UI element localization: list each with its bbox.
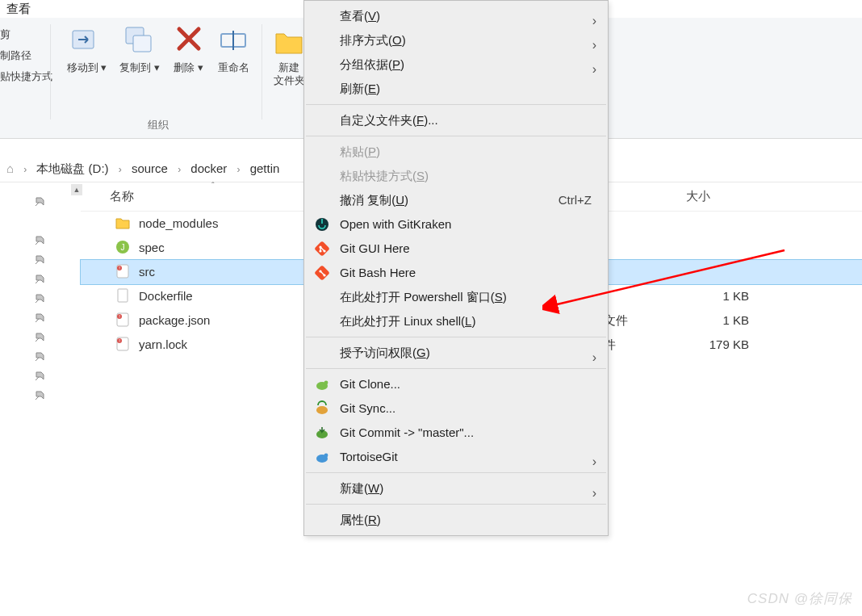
- git-icon: [314, 265, 330, 281]
- divider: [50, 24, 51, 119]
- menu-view[interactable]: 查看(V)›: [304, 4, 608, 28]
- file-size: 179 KB: [684, 333, 749, 357]
- menu-separator: [306, 368, 606, 369]
- menu-paste: 粘贴(P): [304, 140, 608, 164]
- menu-separator: [306, 136, 606, 136]
- menu-tortoisegit[interactable]: TortoiseGit›: [304, 445, 608, 469]
- tortoisegit-icon: [314, 449, 330, 465]
- menu-sort[interactable]: 排序方式(O)›: [304, 28, 608, 52]
- breadcrumb-part[interactable]: docker: [190, 161, 227, 175]
- menu-refresh[interactable]: 刷新(E): [304, 77, 608, 101]
- pin-icon[interactable]: [34, 312, 47, 325]
- file-type-icon: [115, 287, 131, 304]
- tortoise-commit-icon: [314, 425, 330, 441]
- menu-git-commit[interactable]: Git Commit -> "master"...: [304, 421, 608, 445]
- cut-button[interactable]: 剪: [0, 24, 48, 45]
- menu-group-by[interactable]: 分组依据(P)›: [304, 52, 608, 77]
- file-name: spec: [139, 236, 165, 260]
- menu-git-clone[interactable]: Git Clone...: [304, 372, 608, 396]
- menu-grant-access[interactable]: 授予访问权限(G)›: [304, 341, 608, 365]
- file-name: Dockerfile: [139, 284, 193, 308]
- menu-undo-copy[interactable]: 撤消 复制(U)Ctrl+Z: [304, 188, 608, 212]
- copy-path-button[interactable]: 制路径: [0, 45, 48, 66]
- menu-new[interactable]: 新建(W)›: [304, 476, 608, 501]
- chevron-right-icon: ›: [119, 164, 122, 175]
- chevron-right-icon: ›: [592, 450, 596, 474]
- copy-to-button[interactable]: 复制到 ▾: [115, 23, 165, 74]
- file-size: 1 KB: [684, 308, 749, 333]
- chevron-right-icon: ›: [592, 346, 596, 370]
- file-type-icon: [115, 215, 131, 231]
- menu-paste-shortcut: 粘贴快捷方式(S): [304, 164, 608, 188]
- divider: [262, 24, 262, 119]
- menu-separator: [306, 472, 606, 473]
- menu-open-gitkraken[interactable]: Open with GitKraken: [304, 212, 608, 237]
- menu-git-sync[interactable]: Git Sync...: [304, 396, 608, 421]
- chevron-right-icon: ›: [237, 164, 241, 175]
- group-label-organize: 组织: [56, 118, 260, 132]
- move-to-icon: [70, 23, 103, 58]
- delete-icon: [173, 23, 205, 58]
- breadcrumb-part[interactable]: gettin: [250, 161, 280, 175]
- file-name: src: [139, 260, 155, 284]
- menu-open-linux-shell[interactable]: 在此处打开 Linux shell(L): [304, 309, 608, 333]
- pin-icon[interactable]: [34, 234, 47, 247]
- breadcrumb-part[interactable]: 本地磁盘 (D:): [36, 161, 108, 175]
- new-folder-icon: [273, 23, 305, 58]
- git-icon: [314, 241, 330, 257]
- ribbon-group-new: 新建文件夹: [268, 23, 307, 136]
- file-name: package.json: [139, 308, 210, 333]
- col-size[interactable]: 大小: [686, 189, 710, 204]
- pin-icon[interactable]: [34, 331, 47, 344]
- nav-sidebar: [0, 182, 81, 616]
- file-type-icon: J: [115, 239, 131, 255]
- ribbon-tab-view[interactable]: 查看: [0, 0, 37, 19]
- col-name[interactable]: 名称: [110, 189, 134, 204]
- menu-git-bash[interactable]: Git Bash Here: [304, 261, 608, 285]
- svg-point-30: [324, 454, 328, 458]
- menu-open-powershell[interactable]: 在此处打开 Powershell 窗口(S): [304, 285, 608, 309]
- watermark: CSDN @徐同保: [747, 589, 852, 608]
- context-menu: 查看(V)› 排序方式(O)› 分组依据(P)› 刷新(E) 自定义文件夹(F)…: [303, 0, 609, 536]
- file-type-icon: !: [115, 312, 131, 328]
- pin-icon[interactable]: [34, 254, 47, 266]
- pin-icon[interactable]: [34, 273, 47, 286]
- rename-icon: [217, 23, 249, 58]
- tortoise-clone-icon: [314, 376, 330, 392]
- svg-point-27: [316, 406, 328, 414]
- paste-shortcut-button[interactable]: 贴快捷方式: [0, 66, 48, 87]
- gitkraken-icon: [314, 216, 330, 233]
- file-size: 1 KB: [684, 284, 749, 308]
- file-name: yarn.lock: [139, 333, 187, 357]
- pin-icon[interactable]: [34, 350, 47, 363]
- menu-git-gui[interactable]: Git GUI Here: [304, 237, 608, 261]
- rename-button[interactable]: 重命名: [212, 23, 254, 74]
- pin-icon[interactable]: [34, 195, 47, 208]
- tortoise-sync-icon: [314, 400, 330, 417]
- menu-separator: [306, 104, 606, 105]
- pin-icon[interactable]: [34, 292, 47, 305]
- delete-button[interactable]: 删除 ▾: [168, 23, 210, 74]
- menu-properties[interactable]: 属性(R): [304, 508, 608, 532]
- ribbon-group-organize: 移动到 ▾ 复制到 ▾ 删除 ▾ 重命名 组织: [56, 23, 260, 136]
- menu-customize-folder[interactable]: 自定义文件夹(F)...: [304, 108, 608, 132]
- file-type-icon: !: [115, 336, 131, 352]
- breadcrumb-root-icon: ⌂: [6, 161, 14, 175]
- move-to-button[interactable]: 移动到 ▾: [62, 23, 112, 74]
- svg-text:J: J: [121, 243, 125, 252]
- breadcrumb-part[interactable]: source: [132, 161, 168, 175]
- file-type-icon: !: [115, 263, 131, 279]
- chevron-right-icon: ›: [178, 164, 181, 175]
- chevron-right-icon: ›: [23, 164, 27, 175]
- svg-rect-10: [118, 289, 128, 302]
- pin-icon[interactable]: [34, 370, 47, 383]
- pin-icon[interactable]: [34, 389, 47, 402]
- menu-separator: [306, 504, 606, 505]
- shortcut-label: Ctrl+Z: [559, 188, 592, 212]
- svg-point-26: [324, 381, 328, 385]
- chevron-up-icon: ˆ: [211, 181, 215, 191]
- chevron-right-icon: ›: [592, 481, 596, 505]
- copy-to-icon: [123, 23, 156, 58]
- svg-rect-2: [133, 36, 151, 52]
- menu-separator: [306, 337, 606, 337]
